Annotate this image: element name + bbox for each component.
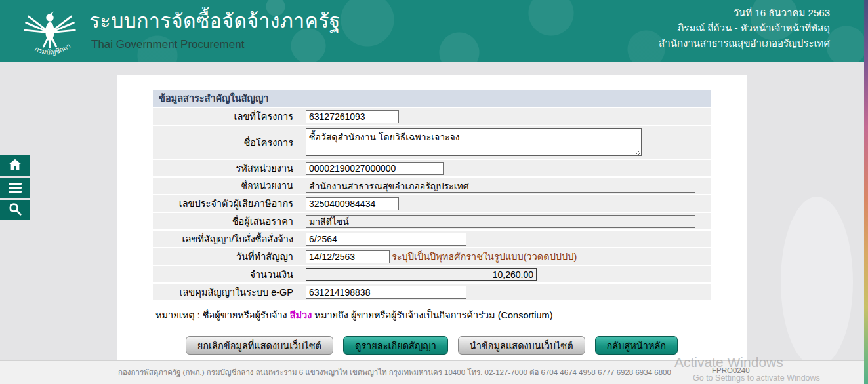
field-row-amount: จำนวนเงิน xyxy=(153,266,711,282)
field-row-project-name: ชื่อโครงการ ซื้อวัสดุสำนักงาน โดยวิธีเฉพ… xyxy=(153,126,711,159)
field-row-tax-id: เลขประจำตัวผู้เสียภาษีอากร xyxy=(153,195,711,212)
date-format-note: ระบุปีเป็นปีพุทธศักราชในรูปแบบ(ววดดปปปป) xyxy=(392,249,577,264)
contract-form: ข้อมูลสาระสำคัญในสัญญา เลขที่โครงการ ชื่… xyxy=(153,90,711,355)
dept-code-input[interactable] xyxy=(306,162,444,175)
contract-date-input[interactable] xyxy=(306,250,390,263)
search-icon xyxy=(9,202,22,218)
project-id-input[interactable] xyxy=(306,110,399,123)
decorative-edge-strip xyxy=(864,0,868,384)
tax-id-input[interactable] xyxy=(306,197,399,210)
field-label: ชื่อผู้เสนอราคา xyxy=(153,214,300,229)
back-to-home-button[interactable]: กลับสู่หน้าหลัก xyxy=(595,336,678,355)
field-label: เลขที่สัญญา/ใบสั่งซื้อสั่งจ้าง xyxy=(153,231,300,246)
field-row-bidder-name: ชื่อผู้เสนอราคา xyxy=(153,213,711,229)
dept-name-input[interactable] xyxy=(306,180,695,193)
section-title: ข้อมูลสาระสำคัญในสัญญา xyxy=(153,90,711,107)
field-row-contract-date: วันที่ทำสัญญา ระบุปีเป็นปีพุทธศักราชในรู… xyxy=(153,248,711,265)
field-label: เลขประจำตัวผู้เสียภาษีอากร xyxy=(153,196,300,211)
activate-windows-watermark-sub: Go to Settings to activate Windows xyxy=(693,374,820,383)
bidder-name-input[interactable] xyxy=(306,215,695,228)
field-label: ชื่อโครงการ xyxy=(153,135,300,150)
field-label: เลขที่โครงการ xyxy=(153,109,300,124)
content-panel: ข้อมูลสาระสำคัญในสัญญา เลขที่โครงการ ชื่… xyxy=(117,75,747,360)
user-organization: สำนักงานสาธารณสุขอำเภออรัญประเทศ xyxy=(659,35,830,50)
current-date: วันที่ 16 ธันวาคม 2563 xyxy=(659,5,830,20)
field-row-dept-name: ชื่อหน่วยงาน xyxy=(153,178,711,194)
page-subtitle: Thai Government Procurement xyxy=(91,38,244,51)
project-name-textarea[interactable]: ซื้อวัสดุสำนักงาน โดยวิธีเฉพาะเจาะจง xyxy=(306,128,642,156)
contract-no-input[interactable] xyxy=(306,233,466,246)
home-icon xyxy=(8,158,22,174)
view-contract-detail-button[interactable]: ดูรายละเอียดสัญญา xyxy=(343,336,448,355)
page-title: ระบบการจัดซื้อจัดจ้างภาครัฐ xyxy=(89,5,341,36)
field-label: จำนวนเงิน xyxy=(153,267,300,282)
sidebar-search-button[interactable] xyxy=(0,200,30,220)
field-row-dept-code: รหัสหน่วยงาน xyxy=(153,160,711,176)
field-row-project-id: เลขที่โครงการ xyxy=(153,108,711,125)
activate-windows-watermark: Activate Windows xyxy=(674,355,783,370)
amount-input[interactable] xyxy=(306,268,537,281)
field-row-egp-no: เลขคุมสัญญาในระบบ e-GP xyxy=(153,284,711,300)
remark-prefix: หมายเหตุ : ชื่อผู้ขายหรือผู้รับจ้าง xyxy=(155,310,290,320)
footer-address: กองการพัสดุภาครัฐ (กพภ.) กรมบัญชีกลาง ถน… xyxy=(118,366,671,378)
sidebar-home-button[interactable] xyxy=(0,155,30,176)
field-row-contract-no: เลขที่สัญญา/ใบสั่งซื้อสั่งจ้าง xyxy=(153,231,711,247)
action-button-row: ยกเลิกข้อมูลที่แสดงบนเว็บไซต์ ดูรายละเอี… xyxy=(153,336,711,355)
garuda-logo: กรมบัญชีกลาง xyxy=(18,3,81,60)
field-label: เลขคุมสัญญาในระบบ e-GP xyxy=(153,284,300,299)
quick-sidebar xyxy=(0,155,30,222)
user-name-role: ภิรมณ์ ถี่ถ้วน - หัวหน้าเจ้าหน้าที่พัสดุ xyxy=(659,20,830,35)
field-label: ชื่อหน่วยงาน xyxy=(153,178,300,193)
app-header: กรมบัญชีกลาง ระบบการจัดซื้อจัดจ้างภาครัฐ… xyxy=(0,0,868,62)
cancel-web-data-button[interactable]: ยกเลิกข้อมูลที่แสดงบนเว็บไซต์ xyxy=(186,336,333,355)
egp-no-input[interactable] xyxy=(306,286,466,299)
publish-web-data-button[interactable]: นำข้อมูลแสดงบนเว็บไซต์ xyxy=(458,336,585,355)
remark-highlight: สีม่วง xyxy=(290,310,312,320)
field-label: รหัสหน่วยงาน xyxy=(153,161,300,176)
sidebar-menu-button[interactable] xyxy=(0,178,30,198)
consortium-remark: หมายเหตุ : ชื่อผู้ขายหรือผู้รับจ้าง สีม่… xyxy=(155,307,711,322)
menu-icon xyxy=(9,181,22,195)
user-info-block: วันที่ 16 ธันวาคม 2563 ภิรมณ์ ถี่ถ้วน - … xyxy=(659,5,830,50)
background-blob xyxy=(781,197,853,367)
remark-suffix: หมายถึง ผู้ขายหรือผู้รับจ้างเป็นกิจการค้… xyxy=(312,310,552,320)
field-label: วันที่ทำสัญญา xyxy=(153,249,300,264)
